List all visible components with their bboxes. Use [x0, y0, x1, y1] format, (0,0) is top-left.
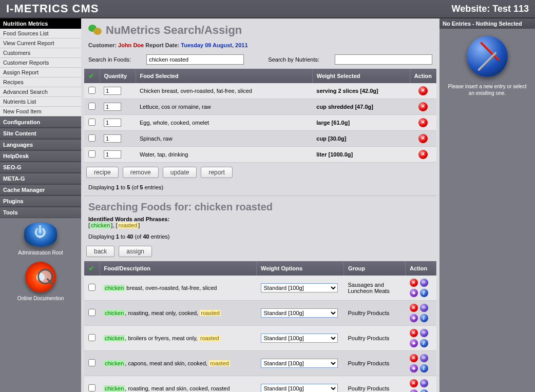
- row-checkbox[interactable]: [88, 150, 95, 158]
- nav-item-7[interactable]: Nutrients List: [0, 97, 81, 107]
- delete-result-icon[interactable]: [410, 279, 418, 287]
- row-checkbox[interactable]: [88, 119, 95, 126]
- weight-select[interactable]: Standard [100g]: [261, 334, 338, 343]
- brand: I-METRICS CMS: [6, 2, 99, 15]
- assign-button[interactable]: assign: [119, 246, 152, 257]
- delete-result-icon[interactable]: [410, 304, 418, 312]
- info-icon[interactable]: [420, 389, 428, 392]
- nav-section-0[interactable]: Configuration: [0, 116, 81, 128]
- food-desc-cell: chicken, capons, meat and skin, cooked, …: [100, 351, 257, 376]
- result-row: chicken, roasting, meat and skin, cooked…: [84, 376, 436, 393]
- tag-icon[interactable]: [410, 339, 418, 347]
- col-group: Group: [344, 261, 406, 276]
- tag-icon[interactable]: [410, 389, 418, 392]
- delete-result-icon[interactable]: [410, 329, 418, 337]
- food-selected-cell: Chicken breast, oven-roasted, fat-free, …: [136, 83, 312, 99]
- qty-input[interactable]: [104, 119, 121, 127]
- group-cell: Poultry Products: [344, 351, 406, 376]
- nav-item-6[interactable]: Advanced Search: [0, 87, 81, 97]
- group-cell: Poultry Products: [344, 326, 406, 351]
- back-button[interactable]: back: [86, 246, 114, 257]
- nav-section-7[interactable]: Plugins: [0, 195, 81, 207]
- result-row: chicken, broilers or fryers, meat only, …: [84, 326, 436, 351]
- food-selected-cell: Lettuce, cos or romaine, raw: [136, 99, 312, 115]
- online-doc-label[interactable]: Online Documention: [17, 296, 64, 301]
- tag-icon[interactable]: [410, 314, 418, 322]
- nav-section-3[interactable]: HelpDesk: [0, 150, 81, 162]
- result-checkbox[interactable]: [88, 309, 95, 316]
- weight-select[interactable]: Standard [100g]: [261, 308, 338, 318]
- nav-item-3[interactable]: Customer Reports: [0, 58, 81, 68]
- nav-item-5[interactable]: Recipes: [0, 77, 81, 87]
- delete-icon[interactable]: ×: [418, 150, 428, 159]
- qty-input[interactable]: [104, 150, 121, 159]
- remove-button[interactable]: remove: [123, 167, 159, 178]
- link-icon[interactable]: [420, 354, 428, 362]
- nav-section-4[interactable]: SEO-G: [0, 162, 81, 173]
- row-checkbox[interactable]: [88, 134, 95, 142]
- info-icon[interactable]: [420, 314, 428, 322]
- online-doc-icon[interactable]: [25, 262, 56, 292]
- recipe-button[interactable]: recipe: [86, 167, 119, 178]
- link-icon[interactable]: [420, 279, 428, 287]
- search-section-title: Searching Foods for: chicken roasted: [84, 195, 436, 215]
- check-all-results-icon[interactable]: ✔: [88, 264, 94, 272]
- delete-icon[interactable]: ×: [418, 118, 428, 127]
- nav-item-2[interactable]: Customers: [0, 48, 81, 58]
- delete-result-icon[interactable]: [410, 354, 418, 362]
- qty-input[interactable]: [104, 87, 121, 95]
- nav-item-8[interactable]: New Food Item: [0, 107, 81, 116]
- right-pane-text: Please insert a new entry or select an e…: [445, 83, 530, 96]
- delete-icon[interactable]: ×: [418, 86, 428, 95]
- result-checkbox[interactable]: [88, 284, 95, 291]
- result-row: chicken breast, oven-roasted, fat-free, …: [84, 276, 436, 301]
- report-date: Tuesday 09 August, 2011: [181, 42, 247, 48]
- search-status: Displaying 1 to 40 (of 40 entries): [84, 230, 436, 243]
- nav-section-1[interactable]: Site Content: [0, 128, 81, 139]
- info-icon[interactable]: [420, 339, 428, 347]
- result-checkbox[interactable]: [88, 384, 95, 391]
- qty-input[interactable]: [104, 134, 121, 143]
- search-nutrients-input[interactable]: [335, 54, 432, 65]
- weight-select[interactable]: Standard [100g]: [261, 283, 338, 292]
- weight-select[interactable]: Standard [100g]: [261, 359, 338, 368]
- admin-root-icon[interactable]: [24, 222, 57, 247]
- report-button[interactable]: report: [201, 167, 232, 178]
- tag-icon[interactable]: [410, 289, 418, 297]
- link-icon[interactable]: [420, 329, 428, 337]
- food-desc-cell: chicken, roasting, meat only, cooked, ro…: [100, 301, 257, 326]
- result-checkbox[interactable]: [88, 334, 95, 341]
- check-all-icon[interactable]: ✔: [88, 72, 94, 80]
- nav-section-8[interactable]: Tools: [0, 207, 81, 218]
- delete-icon[interactable]: ×: [418, 134, 428, 143]
- result-checkbox[interactable]: [88, 359, 95, 366]
- right-pane-header: No Entries - Nothing Selected: [440, 18, 535, 29]
- row-checkbox[interactable]: [88, 103, 95, 110]
- link-icon[interactable]: [420, 304, 428, 312]
- nav-item-1[interactable]: View Current Report: [0, 38, 81, 48]
- tag-icon[interactable]: [410, 364, 418, 373]
- row-checkbox[interactable]: [88, 87, 95, 94]
- group-cell: Poultry Products: [344, 376, 406, 393]
- weight-select[interactable]: Standard [100g]: [261, 384, 338, 392]
- qty-input[interactable]: [104, 103, 121, 111]
- nav-item-4[interactable]: Assign Report: [0, 68, 81, 77]
- delete-icon[interactable]: ×: [418, 102, 428, 111]
- col-action-results: Action: [406, 261, 436, 276]
- nav-section-6[interactable]: Cache Manager: [0, 184, 81, 195]
- info-icon[interactable]: [420, 364, 428, 373]
- nav-item-0[interactable]: Food Sources List: [0, 29, 81, 38]
- nav-section-2[interactable]: Languages: [0, 139, 81, 150]
- delete-result-icon[interactable]: [410, 379, 418, 387]
- selected-status: Displaying 1 to 5 (of 5 entries): [84, 181, 436, 193]
- info-icon[interactable]: [420, 289, 428, 297]
- admin-root-label[interactable]: Administration Root: [18, 250, 63, 256]
- weight-selected-cell: cup [30.0g]: [312, 131, 410, 147]
- nav-section-5[interactable]: META-G: [0, 173, 81, 184]
- search-foods-input[interactable]: [146, 54, 244, 65]
- update-button[interactable]: update: [163, 167, 197, 178]
- weight-selected-cell: cup shredded [47.0g]: [312, 99, 410, 115]
- group-cell: Poultry Products: [344, 301, 406, 326]
- topbar: I-METRICS CMS Website: Test 113: [0, 0, 535, 18]
- link-icon[interactable]: [420, 379, 428, 387]
